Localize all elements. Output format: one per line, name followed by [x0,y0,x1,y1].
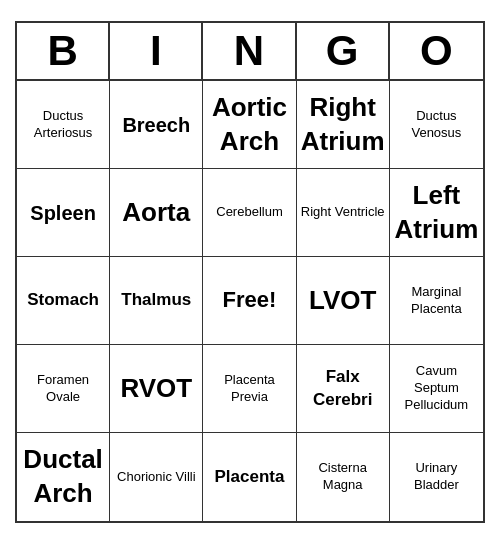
bingo-cell-14: Marginal Placenta [390,257,483,345]
bingo-cell-18: Falx Cerebri [297,345,390,433]
bingo-cell-1: Breech [110,81,203,169]
bingo-cell-24: Urinary Bladder [390,433,483,521]
bingo-cell-4: Ductus Venosus [390,81,483,169]
bingo-grid: Ductus ArteriosusBreechAortic ArchRight … [17,81,483,521]
bingo-cell-3: Right Atrium [297,81,390,169]
header-letter-g: G [297,23,390,79]
bingo-cell-6: Aorta [110,169,203,257]
bingo-cell-9: Left Atrium [390,169,483,257]
bingo-cell-21: Chorionic Villi [110,433,203,521]
bingo-cell-2: Aortic Arch [203,81,296,169]
bingo-cell-7: Cerebellum [203,169,296,257]
bingo-cell-8: Right Ventricle [297,169,390,257]
header-letter-b: B [17,23,110,79]
bingo-card: BINGO Ductus ArteriosusBreechAortic Arch… [15,21,485,523]
bingo-cell-19: Cavum Septum Pellucidum [390,345,483,433]
bingo-cell-20: Ductal Arch [17,433,110,521]
bingo-cell-12: Free! [203,257,296,345]
bingo-cell-11: Thalmus [110,257,203,345]
header-letter-i: I [110,23,203,79]
bingo-cell-22: Placenta [203,433,296,521]
bingo-cell-16: RVOT [110,345,203,433]
bingo-cell-17: Placenta Previa [203,345,296,433]
header-letter-n: N [203,23,296,79]
bingo-cell-15: Foramen Ovale [17,345,110,433]
bingo-cell-0: Ductus Arteriosus [17,81,110,169]
header-letter-o: O [390,23,483,79]
bingo-header: BINGO [17,23,483,81]
bingo-cell-13: LVOT [297,257,390,345]
bingo-cell-5: Spleen [17,169,110,257]
bingo-cell-23: Cisterna Magna [297,433,390,521]
bingo-cell-10: Stomach [17,257,110,345]
